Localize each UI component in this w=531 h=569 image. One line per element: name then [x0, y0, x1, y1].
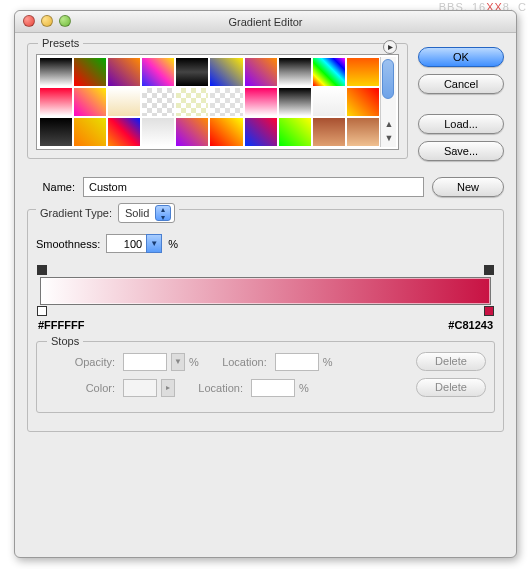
opacity-stop-left[interactable]: [37, 265, 47, 275]
ok-button[interactable]: OK: [418, 47, 504, 67]
preset-swatch-grid: [39, 57, 380, 147]
new-button[interactable]: New: [432, 177, 504, 197]
preset-swatch[interactable]: [107, 117, 141, 147]
color-stop-right[interactable]: [484, 306, 494, 316]
preset-swatch[interactable]: [175, 57, 209, 87]
opacity-input[interactable]: [123, 353, 167, 371]
stops-legend: Stops: [47, 335, 83, 347]
preset-swatch[interactable]: [39, 117, 73, 147]
presets-group: Presets ▸ ▲ ▼: [27, 43, 408, 159]
right-hex-label: #C81243: [448, 319, 493, 331]
preset-swatch[interactable]: [312, 57, 346, 87]
preset-swatch[interactable]: [346, 57, 380, 87]
titlebar: Gradient Editor: [15, 11, 516, 33]
preset-swatch[interactable]: [278, 57, 312, 87]
preset-swatch[interactable]: [73, 117, 107, 147]
color-location-input[interactable]: [251, 379, 295, 397]
smoothness-input[interactable]: [106, 234, 146, 253]
preset-swatch[interactable]: [39, 57, 73, 87]
save-button[interactable]: Save...: [418, 141, 504, 161]
gradient-type-value: Solid: [125, 207, 149, 219]
preset-swatch[interactable]: [209, 57, 243, 87]
window-title: Gradient Editor: [229, 16, 303, 28]
preset-swatch[interactable]: [107, 87, 141, 117]
preset-swatch[interactable]: [175, 117, 209, 147]
gradient-bar[interactable]: [40, 277, 491, 305]
preset-swatch[interactable]: [312, 87, 346, 117]
preset-swatch[interactable]: [39, 87, 73, 117]
close-button[interactable]: [23, 15, 35, 27]
preset-swatch[interactable]: [244, 57, 278, 87]
opacity-label: Opacity:: [45, 356, 115, 368]
stops-group: Stops Opacity: ▼ % Location: % Delete: [36, 341, 495, 413]
preset-swatch[interactable]: [346, 117, 380, 147]
preset-swatch[interactable]: [346, 87, 380, 117]
gradient-type-select[interactable]: Solid ▴▾: [118, 203, 175, 223]
load-button[interactable]: Load...: [418, 114, 504, 134]
opacity-stop-right[interactable]: [484, 265, 494, 275]
preset-swatch[interactable]: [141, 57, 175, 87]
smoothness-unit: %: [168, 238, 178, 250]
opacity-dropdown-icon[interactable]: ▼: [171, 353, 185, 371]
smoothness-dropdown-icon[interactable]: ▼: [146, 234, 162, 253]
minimize-button[interactable]: [41, 15, 53, 27]
dialog-window: Gradient Editor Presets ▸ ▲ ▼ OK Cancel: [14, 10, 517, 558]
gradient-type-label: Gradient Type:: [40, 207, 112, 219]
preset-swatch[interactable]: [278, 87, 312, 117]
zoom-button[interactable]: [59, 15, 71, 27]
delete-color-stop-button[interactable]: Delete: [416, 378, 486, 397]
presets-menu-icon[interactable]: ▸: [383, 40, 397, 54]
color-well[interactable]: [123, 379, 157, 397]
scroll-down-icon[interactable]: ▼: [381, 133, 397, 147]
preset-swatch[interactable]: [312, 117, 346, 147]
presets-scrollbar[interactable]: ▲ ▼: [380, 57, 396, 147]
delete-opacity-stop-button[interactable]: Delete: [416, 352, 486, 371]
gradient-type-group: Gradient Type: Solid ▴▾ Smoothness: ▼ %: [27, 209, 504, 432]
name-input[interactable]: [83, 177, 424, 197]
scroll-up-icon[interactable]: ▲: [381, 119, 397, 133]
updown-icon: ▴▾: [155, 205, 171, 221]
preset-swatch[interactable]: [244, 117, 278, 147]
preset-swatch[interactable]: [107, 57, 141, 87]
preset-swatch[interactable]: [278, 117, 312, 147]
preset-swatch[interactable]: [141, 87, 175, 117]
preset-swatch[interactable]: [141, 117, 175, 147]
color-dropdown-icon[interactable]: ▸: [161, 379, 175, 397]
preset-swatch[interactable]: [244, 87, 278, 117]
left-hex-label: #FFFFFF: [38, 319, 84, 331]
presets-legend: Presets: [38, 37, 83, 49]
preset-swatch[interactable]: [209, 117, 243, 147]
scrollbar-thumb[interactable]: [382, 59, 394, 99]
cancel-button[interactable]: Cancel: [418, 74, 504, 94]
smoothness-label: Smoothness:: [36, 238, 100, 250]
color-stop-left[interactable]: [37, 306, 47, 316]
name-label: Name:: [27, 181, 75, 193]
preset-swatch[interactable]: [73, 57, 107, 87]
opacity-location-input[interactable]: [275, 353, 319, 371]
preset-swatch[interactable]: [209, 87, 243, 117]
color-label: Color:: [45, 382, 115, 394]
location-label-1: Location:: [207, 356, 267, 368]
preset-swatch[interactable]: [175, 87, 209, 117]
location-label-2: Location:: [183, 382, 243, 394]
preset-swatch[interactable]: [73, 87, 107, 117]
